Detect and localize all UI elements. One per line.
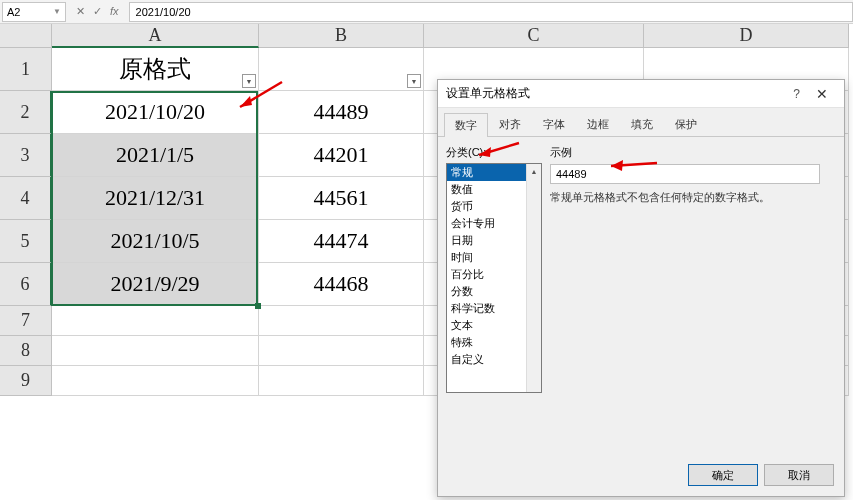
- filter-icon[interactable]: ▼: [242, 74, 256, 88]
- row-header-7[interactable]: 7: [0, 306, 52, 336]
- cell-a1-value: 原格式: [119, 53, 191, 85]
- formula-input[interactable]: 2021/10/20: [129, 2, 853, 22]
- cell-b1[interactable]: ▼: [259, 48, 424, 91]
- close-icon[interactable]: ✕: [808, 86, 836, 102]
- cell-b9[interactable]: [259, 366, 424, 396]
- cell-a1[interactable]: 原格式 ▼: [52, 48, 259, 91]
- cell-b2[interactable]: 44489: [259, 91, 424, 134]
- column-header-b[interactable]: B: [259, 24, 424, 48]
- cell-a5[interactable]: 2021/10/5: [52, 220, 259, 263]
- format-hint: 常规单元格格式不包含任何特定的数字格式。: [550, 190, 836, 205]
- cell-b6[interactable]: 44468: [259, 263, 424, 306]
- category-list[interactable]: 常规 数值 货币 会计专用 日期 时间 百分比 分数 科学记数 文本 特殊 自定…: [446, 163, 542, 393]
- filter-icon[interactable]: ▼: [407, 74, 421, 88]
- tab-border[interactable]: 边框: [576, 112, 620, 136]
- cell-a7[interactable]: [52, 306, 259, 336]
- formula-value: 2021/10/20: [136, 6, 191, 18]
- formula-bar-icons: ✕ ✓ fx: [66, 5, 129, 18]
- fx-icon[interactable]: fx: [110, 5, 119, 18]
- cell-a8[interactable]: [52, 336, 259, 366]
- cancel-button[interactable]: 取消: [764, 464, 834, 486]
- ok-button[interactable]: 确定: [688, 464, 758, 486]
- select-all-corner[interactable]: [0, 24, 52, 48]
- column-header-c[interactable]: C: [424, 24, 644, 48]
- cell-b7[interactable]: [259, 306, 424, 336]
- cell-b8[interactable]: [259, 336, 424, 366]
- tab-fill[interactable]: 填充: [620, 112, 664, 136]
- row-header-6[interactable]: 6: [0, 263, 52, 306]
- cell-b5[interactable]: 44474: [259, 220, 424, 263]
- cell-a2[interactable]: 2021/10/20: [52, 91, 259, 134]
- dialog-buttons: 确定 取消: [688, 464, 834, 486]
- cell-b3[interactable]: 44201: [259, 134, 424, 177]
- category-label: 分类(C):: [446, 145, 542, 160]
- tab-font[interactable]: 字体: [532, 112, 576, 136]
- row-header-9[interactable]: 9: [0, 366, 52, 396]
- row-header-5[interactable]: 5: [0, 220, 52, 263]
- row-header-1[interactable]: 1: [0, 48, 52, 91]
- dialog-tabs: 数字 对齐 字体 边框 填充 保护: [438, 112, 844, 137]
- dialog-titlebar[interactable]: 设置单元格格式 ? ✕: [438, 80, 844, 108]
- example-label: 示例: [550, 145, 836, 160]
- cell-a6[interactable]: 2021/9/29: [52, 263, 259, 306]
- format-cells-dialog: 设置单元格格式 ? ✕ 数字 对齐 字体 边框 填充 保护 分类(C): 常规 …: [437, 79, 845, 497]
- scrollbar[interactable]: ▲: [526, 164, 541, 392]
- cell-a4[interactable]: 2021/12/31: [52, 177, 259, 220]
- row-headers: 1 2 3 4 5 6 7 8 9: [0, 48, 52, 396]
- column-headers: A B C D: [52, 24, 849, 48]
- column-header-a[interactable]: A: [52, 24, 259, 48]
- cell-a3[interactable]: 2021/1/5: [52, 134, 259, 177]
- name-box-value: A2: [7, 6, 20, 18]
- row-header-2[interactable]: 2: [0, 91, 52, 134]
- tab-protection[interactable]: 保护: [664, 112, 708, 136]
- row-header-8[interactable]: 8: [0, 336, 52, 366]
- fill-handle[interactable]: [255, 303, 261, 309]
- row-header-4[interactable]: 4: [0, 177, 52, 220]
- name-box[interactable]: A2 ▼: [2, 2, 66, 22]
- cell-b4[interactable]: 44561: [259, 177, 424, 220]
- help-icon[interactable]: ?: [785, 87, 808, 101]
- tab-number[interactable]: 数字: [444, 113, 488, 137]
- row-header-3[interactable]: 3: [0, 134, 52, 177]
- scroll-up-icon[interactable]: ▲: [527, 164, 541, 179]
- formula-bar: A2 ▼ ✕ ✓ fx 2021/10/20: [0, 0, 853, 24]
- cancel-icon[interactable]: ✕: [76, 5, 85, 18]
- column-header-d[interactable]: D: [644, 24, 849, 48]
- dialog-body: 分类(C): 常规 数值 货币 会计专用 日期 时间 百分比 分数 科学记数 文…: [438, 137, 844, 457]
- cell-a9[interactable]: [52, 366, 259, 396]
- dialog-title: 设置单元格格式: [446, 85, 530, 102]
- chevron-down-icon[interactable]: ▼: [53, 7, 61, 16]
- example-value: 44489: [550, 164, 820, 184]
- tab-alignment[interactable]: 对齐: [488, 112, 532, 136]
- check-icon[interactable]: ✓: [93, 5, 102, 18]
